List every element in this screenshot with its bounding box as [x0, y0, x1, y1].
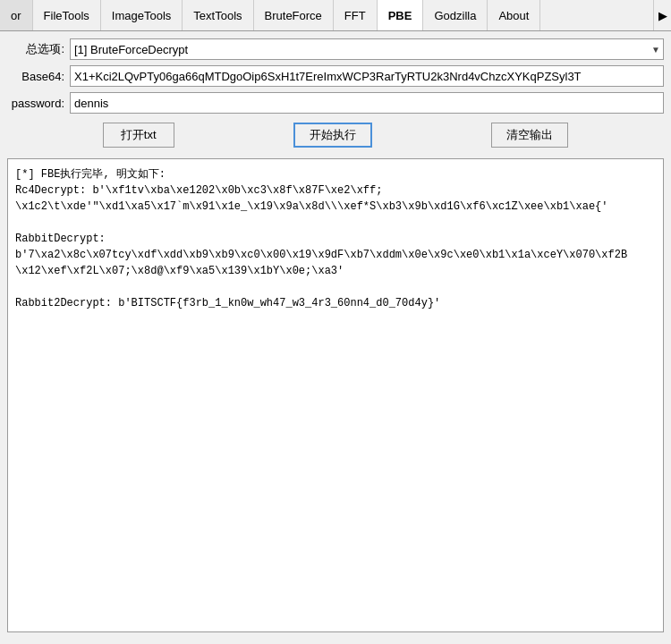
options-label: 总选项:: [7, 41, 70, 57]
menu-item-about[interactable]: About: [488, 0, 540, 30]
password-input[interactable]: [70, 92, 664, 114]
menu-item-godzilla[interactable]: Godzilla: [423, 0, 488, 30]
start-exec-button[interactable]: 开始执行: [293, 123, 372, 148]
main-content: 总选项: [1] BruteForceDecrypt ▼ Base64: pas…: [0, 31, 671, 640]
options-select[interactable]: [1] BruteForceDecrypt: [70, 38, 664, 60]
base64-row: Base64:: [7, 65, 664, 87]
button-row: 打开txt 开始执行 清空输出: [7, 119, 664, 151]
menu-item-pbe[interactable]: PBE: [378, 0, 424, 30]
base64-input[interactable]: [70, 65, 664, 87]
menubar: or FileTools ImageTools TextTools BruteF…: [0, 0, 671, 31]
menu-item-or[interactable]: or: [0, 0, 33, 30]
options-row: 总选项: [1] BruteForceDecrypt ▼: [7, 38, 664, 60]
options-select-wrapper: [1] BruteForceDecrypt ▼: [70, 38, 664, 60]
output-area: [*] FBE执行完毕, 明文如下: Rc4Decrypt: b'\xf1tv\…: [7, 158, 664, 632]
base64-label: Base64:: [7, 70, 70, 83]
menu-item-bruteforce[interactable]: BruteForce: [254, 0, 334, 30]
menu-nav-button[interactable]: ▶: [653, 0, 671, 30]
menu-item-fft[interactable]: FFT: [334, 0, 378, 30]
password-row: password:: [7, 92, 664, 114]
menu-item-filetools[interactable]: FileTools: [33, 0, 101, 30]
menu-item-texttools[interactable]: TextTools: [183, 0, 253, 30]
password-label: password:: [7, 97, 70, 110]
open-txt-button[interactable]: 打开txt: [103, 123, 174, 148]
clear-output-button[interactable]: 清空输出: [491, 123, 568, 148]
menu-item-imagetools[interactable]: ImageTools: [101, 0, 183, 30]
